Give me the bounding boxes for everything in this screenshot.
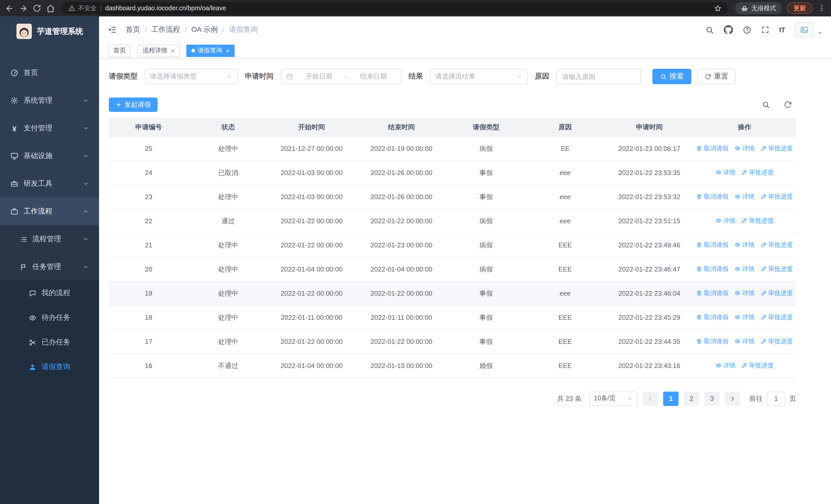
approval-progress-link[interactable]: 审批进度 (741, 361, 774, 370)
page-button-1[interactable]: 1 (663, 391, 679, 406)
breadcrumb-oa-example[interactable]: OA 示例 (192, 25, 218, 34)
cancel-leave-link[interactable]: 取消请假 (696, 313, 728, 322)
sidebar-item-my-processes[interactable]: 我的流程 (0, 281, 99, 305)
close-icon[interactable]: × (226, 48, 229, 54)
close-icon[interactable]: × (171, 48, 174, 54)
approval-progress-link[interactable]: 审批进度 (741, 216, 774, 225)
detail-link[interactable]: 详情 (735, 289, 754, 298)
cancel-leave-link[interactable]: 取消请假 (696, 144, 728, 153)
page-button-2[interactable]: 2 (684, 391, 699, 406)
cell-start-time: 2021-12-27 00:00:00 (268, 137, 355, 161)
caret-down-icon[interactable] (818, 30, 823, 35)
chevron-up-icon (83, 208, 89, 214)
edit-icon (761, 146, 767, 152)
next-page-button[interactable] (725, 391, 740, 406)
sidebar-item-system[interactable]: 系统管理 (0, 87, 99, 114)
sidebar-item-done-tasks[interactable]: 已办任务 (0, 330, 99, 355)
avatar[interactable] (795, 22, 814, 37)
result-select[interactable]: 请选择流结果 (430, 69, 528, 84)
detail-link[interactable]: 详情 (735, 265, 754, 273)
cell-leave-type: 病假 (448, 209, 524, 233)
tab-process-detail[interactable]: 流程详情 × (138, 45, 180, 57)
address-bar[interactable]: 不安全 dashboard.yudao.iocoder.cn/bpm/oa/le… (62, 2, 728, 14)
approval-progress-link[interactable]: 审批进度 (741, 168, 774, 177)
search-button-label: 搜索 (669, 72, 684, 81)
cancel-leave-link[interactable]: 取消请假 (696, 241, 728, 249)
detail-link[interactable]: 详情 (735, 192, 754, 201)
approval-progress-link[interactable]: 审批进度 (761, 241, 793, 249)
app-logo[interactable]: 芋道管理系统 (0, 17, 99, 46)
browser-forward-icon[interactable] (19, 4, 28, 12)
sidebar-item-infrastructure[interactable]: 基础设施 (0, 142, 99, 170)
cell-status: 通过 (189, 209, 268, 233)
breadcrumb-home[interactable]: 首页 (126, 25, 140, 34)
tab-leave-query[interactable]: 请假查询 × (186, 45, 235, 57)
sidebar-item-leave-query[interactable]: 请假查询 (0, 355, 99, 379)
apply-time-range-picker[interactable]: 开始日期 - 结束日期 (281, 69, 401, 84)
breadcrumb-workflow[interactable]: 工作流程 (151, 25, 180, 34)
sidebar-item-process-management[interactable]: 流程管理 (0, 225, 99, 253)
sidebar-item-todo-tasks[interactable]: 待办任务 (0, 305, 99, 330)
browser-reload-icon[interactable] (33, 4, 41, 12)
browser-home-icon[interactable] (46, 4, 55, 12)
goto-page-input[interactable] (767, 391, 785, 406)
sidebar-item-home[interactable]: 首页 (0, 59, 99, 87)
table-row: 21 处理中 2022-01-22 00:00:00 2022-01-23 00… (109, 233, 796, 257)
font-size-icon[interactable]: tT (779, 26, 785, 34)
sidebar-item-workflow[interactable]: 工作流程 (0, 198, 99, 225)
cell-end-time: 2022-01-26 00:00:00 (355, 185, 448, 209)
toggle-search-icon[interactable] (762, 100, 770, 109)
approval-progress-link[interactable]: 审批进度 (761, 265, 793, 273)
detail-link[interactable]: 详情 (735, 241, 754, 249)
page-size-select[interactable]: 10条/页 (589, 391, 637, 406)
breadcrumb-current: 请假查询 (229, 25, 258, 34)
sidebar-item-label: 请假查询 (41, 362, 70, 372)
approval-progress-link[interactable]: 审批进度 (761, 144, 793, 153)
warning-icon (68, 5, 76, 12)
security-warning[interactable]: 不安全 (68, 4, 96, 12)
kebab-menu-icon[interactable] (818, 4, 826, 12)
create-leave-button[interactable]: 发起请假 (109, 97, 157, 112)
briefcase-icon (10, 207, 19, 215)
search-button[interactable]: 搜索 (652, 69, 691, 84)
bookmark-star-icon[interactable] (714, 4, 722, 12)
detail-link[interactable]: 详情 (715, 361, 735, 370)
cancel-leave-link[interactable]: 取消请假 (696, 192, 728, 201)
approval-progress-link[interactable]: 审批进度 (761, 313, 793, 322)
cell-apply-id: 24 (109, 161, 189, 185)
help-icon[interactable] (743, 25, 751, 34)
cancel-leave-link[interactable]: 取消请假 (696, 337, 728, 346)
browser-back-icon[interactable] (5, 4, 14, 12)
cancel-leave-link[interactable]: 取消请假 (696, 289, 728, 298)
sidebar-item-dev-tools[interactable]: 研发工具 (0, 170, 99, 198)
detail-link[interactable]: 详情 (715, 216, 735, 225)
tab-home[interactable]: 首页 (108, 45, 131, 57)
reset-button[interactable]: 重置 (697, 69, 736, 84)
approval-progress-link[interactable]: 审批进度 (761, 192, 793, 201)
detail-link[interactable]: 详情 (735, 144, 754, 153)
sidebar-item-label: 我的流程 (41, 289, 70, 298)
sidebar-item-payment[interactable]: ¥ 支付管理 (0, 114, 99, 142)
page-button-3[interactable]: 3 (704, 391, 720, 406)
reason-input[interactable] (556, 69, 641, 84)
detail-link[interactable]: 详情 (735, 337, 754, 346)
github-icon[interactable] (724, 25, 733, 34)
refresh-icon[interactable] (784, 100, 792, 109)
breadcrumb: 首页 / 工作流程 / OA 示例 / 请假查询 (126, 25, 258, 34)
chevron-down-icon (627, 395, 633, 402)
cell-apply-id: 18 (109, 305, 189, 329)
collapse-sidebar-icon[interactable] (107, 25, 116, 34)
approval-progress-link[interactable]: 审批进度 (761, 337, 793, 346)
fullscreen-icon[interactable] (761, 26, 769, 34)
search-icon[interactable] (705, 25, 714, 34)
sidebar-item-task-management[interactable]: 任务管理 (0, 253, 99, 281)
prev-page-button[interactable] (642, 391, 658, 406)
browser-update-button[interactable]: 更新 (787, 3, 812, 14)
approval-progress-link[interactable]: 审批进度 (761, 289, 793, 298)
cancel-leave-link[interactable]: 取消请假 (696, 265, 728, 273)
toolbar-right-icons (762, 100, 796, 109)
detail-link[interactable]: 详情 (735, 313, 754, 322)
detail-link[interactable]: 详情 (715, 168, 735, 177)
cell-actions: 取消请假 详情 审批进度 (693, 257, 796, 281)
leave-type-select[interactable]: 请选择请假类型 (145, 69, 238, 84)
